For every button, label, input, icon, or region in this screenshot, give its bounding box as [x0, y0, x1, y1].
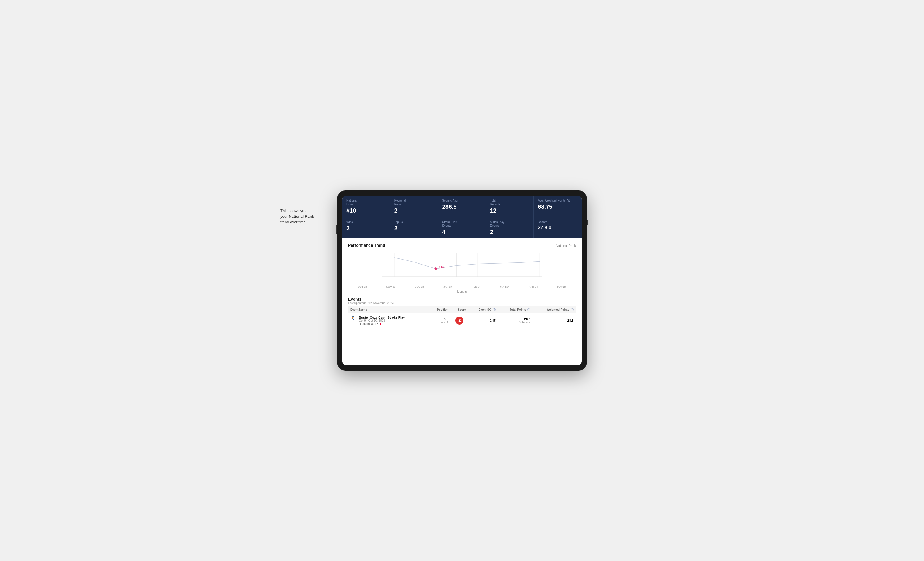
info-icon: i [567, 199, 570, 202]
col-total-points: Total Points i [498, 306, 532, 313]
chart-x-title: Months [348, 290, 576, 293]
content-area: Performance Trend National Rank [342, 238, 582, 365]
events-header: Events Last updated: 24th November 2023 [348, 297, 576, 305]
stat-record: Record 32-8-0 [534, 217, 582, 238]
stat-national-rank: NationalRank #10 [342, 196, 390, 217]
svg-text:#10: #10 [439, 265, 444, 269]
col-event-sg-info: i [493, 308, 496, 311]
col-total-points-info: i [527, 308, 530, 311]
stat-avg-weighted-points: Avg. Weighted Points i 68.75 [534, 196, 582, 217]
col-event-name: Event Name [348, 306, 429, 313]
tablet-screen: NationalRank #10 RegionalRank 2 Scoring … [342, 196, 582, 365]
col-weighted-points: Weighted Points i [532, 306, 576, 313]
event-icon: 🏌️ [350, 316, 356, 320]
stat-scoring-avg: Scoring Avg. 286.5 [438, 196, 486, 217]
tablet-frame: NationalRank #10 RegionalRank 2 Scoring … [337, 190, 587, 371]
stats-row-2: Wins 2 Top 3s 2 Stroke PlayEvents 4 Matc… [342, 217, 582, 238]
chart-point [434, 268, 437, 270]
event-score-cell: -22 [451, 313, 468, 328]
table-row: 🏌️ Buster Cozy Cup - Stroke Play Oct 9 -… [348, 313, 576, 328]
col-event-sg: Event SG i [468, 306, 498, 313]
event-total-points-cell: 28.3 3 Rounds [498, 313, 532, 328]
events-title: Events [348, 297, 576, 301]
events-last-updated: Last updated: 24th November 2023 [348, 301, 576, 305]
col-position: Position [429, 306, 451, 313]
events-table-head: Event Name Position Score Event SG i Tot… [348, 306, 576, 313]
stats-row-1: NationalRank #10 RegionalRank 2 Scoring … [342, 196, 582, 217]
stat-match-play-events: Match PlayEvents 2 [486, 217, 534, 238]
performance-chart-wrapper: #10 OCT 23 NOV 23 DEC 23 JAN 24 FEB 24 M… [348, 251, 576, 293]
event-weighted-points-cell: 28.3 [532, 313, 576, 328]
events-table-body: 🏌️ Buster Cozy Cup - Stroke Play Oct 9 -… [348, 313, 576, 328]
stat-stroke-play-events: Stroke PlayEvents 4 [438, 217, 486, 238]
performance-trend-title: Performance Trend [348, 243, 385, 248]
stat-wins: Wins 2 [342, 217, 390, 238]
performance-trend-header: Performance Trend National Rank [348, 243, 576, 249]
event-sg-cell: 0.45 [468, 313, 498, 328]
stat-total-rounds: TotalRounds 12 [486, 196, 534, 217]
event-name-cell: 🏌️ Buster Cozy Cup - Stroke Play Oct 9 -… [348, 313, 429, 328]
stat-top3s: Top 3s 2 [390, 217, 438, 238]
events-table: Event Name Position Score Event SG i Tot… [348, 306, 576, 328]
event-position-cell: 6th out of 7 [429, 313, 451, 328]
events-section: Events Last updated: 24th November 2023 … [348, 297, 576, 328]
col-weighted-points-info: i [571, 308, 574, 311]
col-score: Score [451, 306, 468, 313]
performance-chart-svg: #10 [348, 251, 576, 283]
performance-rank-label: National Rank [556, 244, 576, 247]
annotation-text: This shows you your National Rank trend … [280, 208, 333, 225]
stat-regional-rank: RegionalRank 2 [390, 196, 438, 217]
chart-x-labels: OCT 23 NOV 23 DEC 23 JAN 24 FEB 24 MAR 2… [348, 284, 576, 290]
score-badge: -22 [455, 317, 464, 325]
